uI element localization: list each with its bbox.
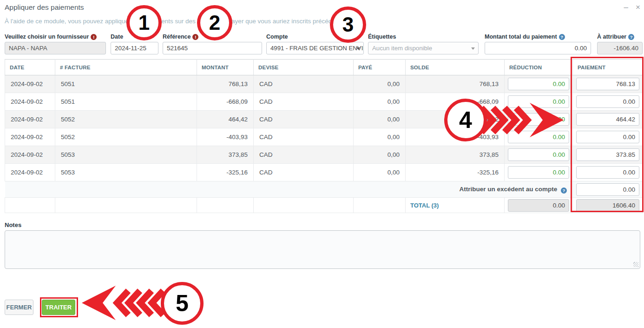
excess-label: Attribuer un excédent au compte: [459, 186, 557, 193]
cell-empty: [5, 198, 55, 213]
supplier-label: Veuillez choisir un fournisseur !: [5, 33, 106, 40]
excess-input[interactable]: [576, 183, 639, 196]
required-icon: !: [192, 34, 198, 40]
total-payment-input[interactable]: [485, 42, 591, 54]
reduction-input[interactable]: [508, 148, 569, 161]
resize-handle-icon[interactable]: [633, 262, 638, 267]
arrowhead-left-icon: [82, 286, 116, 320]
annotation-circle-2: 2: [197, 5, 232, 40]
step-number: 2: [209, 11, 220, 34]
cell-facture: 5053: [55, 146, 197, 164]
date-input[interactable]: [111, 42, 158, 54]
excess-label-cell: Attribuer un excédent au compte ?: [5, 181, 573, 198]
paiement-input[interactable]: [576, 131, 639, 143]
account-label-text: Compte: [266, 33, 288, 40]
required-icon: !: [91, 34, 97, 40]
cell-date: 2024-09-02: [5, 111, 55, 128]
col-header-reduction: RÉDUCTION: [505, 60, 573, 75]
cell-paye: 0,00: [354, 164, 406, 181]
paiement-input[interactable]: [576, 78, 639, 90]
cell-facture: 5052: [55, 128, 197, 146]
table-header-row: DATE # FACTURE MONTANT DEVISE PAYÉ SOLDE…: [5, 60, 643, 75]
cell-facture: 5053: [55, 164, 197, 181]
col-header-date: DATE: [5, 60, 55, 75]
notes-textarea[interactable]: [5, 230, 640, 269]
fermer-button[interactable]: FERMER: [5, 300, 33, 315]
cell-devise: CAD: [254, 75, 354, 93]
cell-paye: 0,00: [354, 111, 406, 128]
tags-label-text: Étiquettes: [368, 33, 396, 40]
col-header-solde: SOLDE: [406, 60, 505, 75]
help-icon: ?: [628, 34, 634, 40]
tags-selected-value: Aucun item disponible: [372, 45, 432, 52]
cell-devise: CAD: [254, 111, 354, 128]
paiement-input[interactable]: [576, 148, 639, 161]
supplier-field-group: Veuillez choisir un fournisseur !: [5, 33, 106, 54]
paiement-input[interactable]: [576, 166, 639, 179]
minimize-icon[interactable]: –: [624, 3, 628, 12]
annotation-circle-4: 4: [444, 99, 487, 141]
col-header-paye: PAYÉ: [354, 60, 406, 75]
table-row: 2024-09-02 5051 768,13 CAD 0,00 768,13: [5, 75, 643, 93]
arrow-left-annotation-icon: [82, 284, 165, 321]
tags-label: Étiquettes: [368, 33, 479, 40]
reduction-input[interactable]: [508, 166, 569, 179]
col-header-montant: MONTANT: [197, 60, 254, 75]
cell-devise: CAD: [254, 146, 354, 164]
help-icon: ?: [561, 187, 567, 194]
cell-paye: 0,00: [354, 146, 406, 164]
excess-row: Attribuer un excédent au compte ?: [5, 181, 643, 198]
cell-paye: 0,00: [354, 128, 406, 146]
annotation-circle-1: 1: [126, 5, 162, 40]
total-payment-label: Montant total du paiement ?: [485, 33, 591, 40]
step-number: 4: [459, 107, 472, 134]
cell-date: 2024-09-02: [5, 93, 55, 111]
step-number: 3: [342, 13, 354, 36]
table-row: 2024-09-02 5053 373,85 CAD 0,00 373,85: [5, 146, 643, 164]
cell-date: 2024-09-02: [5, 164, 55, 181]
cell-date: 2024-09-02: [5, 75, 55, 93]
cell-devise: CAD: [254, 93, 354, 111]
tags-select: Aucun item disponible: [368, 42, 479, 54]
to-allocate-input: [597, 42, 643, 54]
annotation-circle-5: 5: [161, 282, 204, 325]
total-paiement-value: 1606.40: [576, 199, 639, 212]
cell-empty: [254, 198, 354, 213]
arrowhead-right-icon: [530, 103, 564, 137]
cell-montant: -325,16: [197, 164, 254, 181]
account-select[interactable]: 4991 - FRAIS DE GESTION ENVIR: [266, 42, 364, 54]
traiter-button[interactable]: TRAITER: [42, 300, 75, 315]
arrow-right-annotation-icon: [478, 101, 564, 139]
cell-date: 2024-09-02: [5, 128, 55, 146]
total-payment-field-group: Montant total du paiement ?: [485, 33, 591, 54]
cell-montant: 373,85: [197, 146, 254, 164]
reference-label-text: Référence: [163, 33, 191, 40]
col-header-facture: # FACTURE: [55, 60, 197, 75]
date-label-text: Date: [111, 33, 123, 40]
total-label: TOTAL (3): [410, 202, 439, 209]
step-number: 1: [138, 11, 150, 34]
step-number: 5: [176, 290, 189, 317]
chevron-down-icon: [356, 47, 360, 50]
cell-empty: [354, 198, 406, 213]
reference-input[interactable]: [163, 42, 262, 54]
cell-facture: 5051: [55, 75, 197, 93]
cell-montant: 464,42: [197, 111, 254, 128]
cell-empty: [197, 198, 254, 213]
chevron-down-icon: [471, 47, 475, 50]
col-header-devise: DEVISE: [254, 60, 354, 75]
account-selected-value: 4991 - FRAIS DE GESTION ENVIR: [270, 45, 364, 52]
cell-empty: [55, 198, 197, 213]
col-header-paiement: PAIEMENT: [573, 60, 643, 75]
paiement-input[interactable]: [576, 95, 639, 108]
total-reduction-value: 0.00: [508, 199, 569, 212]
to-allocate-field-group: À attribuer ?: [597, 33, 643, 54]
reduction-input[interactable]: [508, 78, 569, 90]
paiement-input[interactable]: [576, 113, 639, 126]
cell-solde: -325,16: [406, 164, 505, 181]
close-icon[interactable]: ×: [636, 3, 640, 12]
to-allocate-label-text: À attribuer: [597, 33, 626, 40]
supplier-input: [5, 42, 106, 54]
cell-montant: -403,93: [197, 128, 254, 146]
page-title: Appliquer des paiements: [5, 3, 84, 12]
